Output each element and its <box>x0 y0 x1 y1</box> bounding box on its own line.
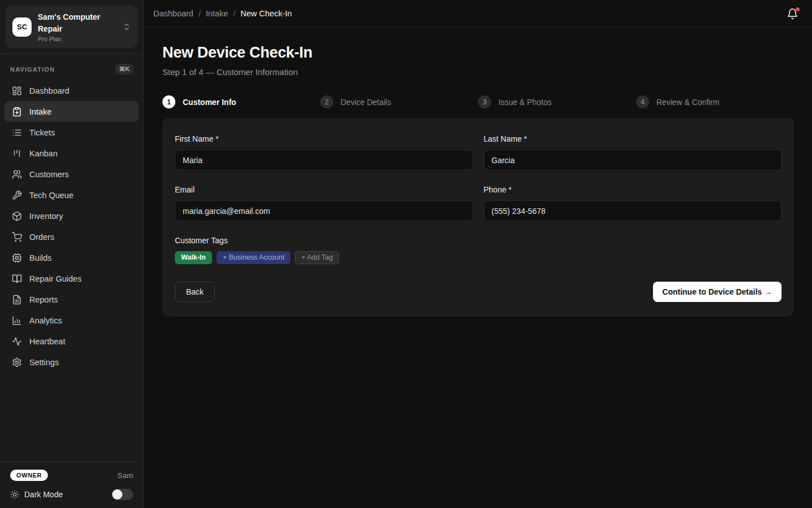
sidebar-item-label: Reports <box>29 295 58 304</box>
org-name: Sam's Computer Repair <box>38 11 116 35</box>
phone-group: Phone * <box>484 185 782 221</box>
sidebar-item-label: Intake <box>29 107 52 116</box>
breadcrumb-separator: / <box>233 9 235 18</box>
sidebar-item-kanban[interactable]: Kanban <box>5 143 139 164</box>
chevrons-up-down-icon <box>122 23 131 31</box>
sidebar-item-analytics[interactable]: Analytics <box>5 310 139 331</box>
sun-icon <box>10 490 19 499</box>
org-plan: Pro Plan <box>38 36 116 42</box>
phone-label: Phone * <box>484 185 782 194</box>
checkin-page: New Device Check-In Step 1 of 4 — Custom… <box>144 28 812 317</box>
sidebar-item-label: Heartbeat <box>29 337 65 346</box>
sidebar-nav: Dashboard Intake Tickets Kanban Customer… <box>0 80 143 373</box>
step-label: Review & Confirm <box>656 98 720 107</box>
gear-icon <box>12 357 22 367</box>
sidebar-item-label: Tech Queue <box>29 191 73 200</box>
sidebar-item-tech-queue[interactable]: Tech Queue <box>5 185 139 205</box>
org-switcher[interactable]: SC Sam's Computer Repair Pro Plan <box>6 6 138 48</box>
wrench-icon <box>12 190 22 200</box>
tag-business-account[interactable]: + Business Account <box>217 251 290 264</box>
customer-tags-group: Customer Tags Walk-In + Business Account… <box>175 236 782 264</box>
last-name-label: Last Name * <box>484 134 782 143</box>
last-name-field[interactable] <box>484 150 782 170</box>
form-actions: Back Continue to Device Details → <box>175 282 782 302</box>
sidebar-item-label: Customers <box>29 170 69 179</box>
sidebar-item-customers[interactable]: Customers <box>5 164 139 185</box>
file-text-icon <box>12 295 22 305</box>
notifications-button[interactable] <box>787 8 798 20</box>
org-avatar: SC <box>12 17 32 37</box>
continue-button[interactable]: Continue to Device Details → <box>653 282 782 302</box>
top-bar: Dashboard / Intake / New Check-In <box>144 0 812 28</box>
user-name: Sam <box>117 471 133 480</box>
email-label: Email <box>175 185 473 194</box>
activity-icon <box>12 336 22 347</box>
sidebar-item-intake[interactable]: Intake <box>5 101 139 122</box>
first-name-label: First Name * <box>175 134 473 143</box>
package-icon <box>12 211 22 221</box>
sidebar-item-orders[interactable]: Orders <box>5 226 139 247</box>
cpu-icon <box>12 253 22 263</box>
sidebar-item-label: Kanban <box>29 149 58 158</box>
tag-walk-in[interactable]: Walk-In <box>175 251 212 264</box>
sidebar-item-label: Builds <box>29 253 52 262</box>
step-issue-photos[interactable]: 3 Issue & Photos <box>478 95 636 108</box>
step-review-confirm[interactable]: 4 Review & Confirm <box>636 95 794 108</box>
step-customer-info[interactable]: 1 Customer Info <box>162 95 320 108</box>
add-tag-button[interactable]: + Add Tag <box>295 251 339 264</box>
clipboard-plus-icon <box>12 107 22 117</box>
step-label: Device Details <box>341 98 391 107</box>
list-icon <box>12 128 22 138</box>
kanban-icon <box>12 148 22 159</box>
sidebar-item-label: Settings <box>29 358 59 367</box>
breadcrumb-separator: / <box>198 9 201 18</box>
first-name-field[interactable] <box>175 150 473 170</box>
sidebar-item-label: Dashboard <box>29 86 69 95</box>
sidebar-item-repair-guides[interactable]: Repair Guides <box>5 268 139 289</box>
toggle-knob <box>112 489 122 500</box>
back-button[interactable]: Back <box>175 282 215 302</box>
step-device-details[interactable]: 2 Device Details <box>320 95 478 108</box>
sidebar-item-heartbeat[interactable]: Heartbeat <box>5 331 139 352</box>
email-group: Email <box>175 185 473 221</box>
sidebar-item-label: Orders <box>29 233 54 242</box>
step-label: Customer Info <box>183 98 236 107</box>
step-number: 4 <box>636 95 649 108</box>
breadcrumb-dashboard[interactable]: Dashboard <box>153 9 193 18</box>
email-field[interactable] <box>175 200 473 221</box>
role-badge: OWNER <box>10 470 48 481</box>
phone-field[interactable] <box>484 200 782 221</box>
step-number: 1 <box>162 95 175 108</box>
step-number: 3 <box>478 95 491 108</box>
dark-mode-label: Dark Mode <box>24 490 107 499</box>
users-icon <box>12 169 22 179</box>
breadcrumb-intake[interactable]: Intake <box>206 9 228 18</box>
first-name-group: First Name * <box>175 134 473 170</box>
shopping-cart-icon <box>12 232 22 242</box>
sidebar-item-label: Repair Guides <box>29 274 82 283</box>
breadcrumb-current: New Check-In <box>241 9 292 18</box>
step-number: 2 <box>320 95 333 108</box>
command-k-shortcut[interactable]: ⌘K <box>116 64 133 75</box>
dark-mode-toggle[interactable] <box>112 489 133 500</box>
sidebar-item-reports[interactable]: Reports <box>5 289 139 310</box>
sidebar-item-label: Tickets <box>29 128 55 137</box>
step-label: Issue & Photos <box>498 98 551 107</box>
page-title: New Device Check-In <box>162 44 794 62</box>
customer-tags-label: Customer Tags <box>175 236 782 245</box>
nav-section-label: NAVIGATION <box>10 66 55 73</box>
main-content: Dashboard / Intake / New Check-In New De… <box>144 0 812 508</box>
sidebar-item-settings[interactable]: Settings <box>5 352 139 373</box>
sidebar-item-label: Analytics <box>29 316 62 325</box>
breadcrumb: Dashboard / Intake / New Check-In <box>153 9 292 18</box>
sidebar-item-inventory[interactable]: Inventory <box>5 205 139 226</box>
page-subtitle: Step 1 of 4 — Customer Information <box>162 67 794 77</box>
last-name-group: Last Name * <box>484 134 782 170</box>
step-indicator: 1 Customer Info 2 Device Details 3 Issue… <box>162 95 794 108</box>
sidebar-item-dashboard[interactable]: Dashboard <box>5 80 139 101</box>
sidebar-item-builds[interactable]: Builds <box>5 247 139 268</box>
notification-dot <box>796 7 800 11</box>
sidebar-item-label: Inventory <box>29 212 63 221</box>
sidebar-item-tickets[interactable]: Tickets <box>5 122 139 143</box>
bar-chart-icon <box>12 316 22 326</box>
